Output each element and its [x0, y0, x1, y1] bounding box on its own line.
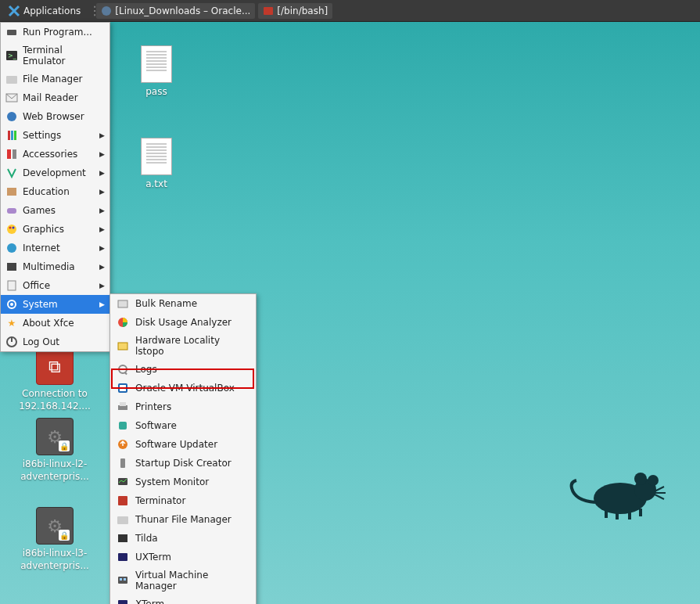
- updater-icon: [117, 438, 129, 451]
- svg-rect-7: [616, 512, 619, 520]
- submenu-virtualbox[interactable]: Oracle VM VirtualBox: [110, 379, 256, 397]
- desktop-icon-label: i86bi-linux-l2-adventerpris...: [16, 458, 94, 483]
- submenu-startup-disk[interactable]: Startup Disk Creator: [110, 454, 256, 473]
- desktop-icon-atxt[interactable]: a.txt: [117, 138, 196, 191]
- submenu-label: System Monitor: [135, 476, 209, 487]
- menu-terminal[interactable]: >_ Terminal Emulator: [1, 41, 109, 70]
- chevron-right-icon: ▶: [99, 207, 105, 214]
- software-icon: [117, 419, 129, 432]
- submenu-terminator[interactable]: Terminator: [110, 491, 256, 510]
- submenu-printers[interactable]: Printers: [110, 397, 256, 416]
- submenu-hwloc[interactable]: Hardware Locality lstopo: [110, 332, 256, 360]
- desktop-icon-label: i86bi-linux-l3-adventerpris...: [16, 548, 94, 572]
- system-submenu: Bulk Rename Disk Usage Analyzer Hardware…: [109, 293, 257, 604]
- menu-games[interactable]: Games ▶: [1, 201, 109, 220]
- svg-rect-41: [120, 402, 126, 406]
- svg-text:>_: >_: [8, 52, 17, 59]
- taskbar-window-bash[interactable]: [/bin/bash]: [258, 3, 332, 19]
- submenu-software[interactable]: Software: [110, 416, 256, 435]
- chevron-right-icon: ▶: [99, 300, 105, 308]
- menu-accessories[interactable]: Accessories ▶: [1, 145, 109, 164]
- submenu-label: Printers: [135, 401, 171, 412]
- education-icon: [5, 185, 18, 198]
- submenu-label: Tilda: [135, 533, 158, 544]
- uxterm-icon: [117, 551, 129, 563]
- svg-rect-42: [119, 422, 127, 430]
- submenu-label: Hardware Locality lstopo: [135, 335, 249, 357]
- submenu-thunar[interactable]: Thunar File Manager: [110, 510, 256, 529]
- menu-about-xfce[interactable]: ★ About Xfce: [1, 314, 109, 333]
- star-icon: ★: [5, 317, 18, 329]
- svg-point-0: [102, 6, 111, 16]
- svg-rect-1: [264, 7, 273, 15]
- menu-internet[interactable]: Internet ▶: [1, 239, 109, 257]
- submenu-software-updater[interactable]: Software Updater: [110, 435, 256, 454]
- menu-log-out[interactable]: Log Out: [1, 333, 109, 351]
- menu-office[interactable]: Office ▶: [1, 276, 109, 295]
- submenu-vmm[interactable]: Virtual Machine Manager: [110, 566, 256, 595]
- submenu-uxterm[interactable]: UXTerm: [110, 548, 256, 566]
- desktop-icon-l2[interactable]: ⚙🔒 i86bi-linux-l2-adventerpris...: [16, 418, 94, 483]
- svg-rect-49: [118, 553, 127, 561]
- menu-multimedia[interactable]: Multimedia ▶: [1, 257, 109, 276]
- menu-education[interactable]: Education ▶: [1, 182, 109, 201]
- taskbar-separator: ⋮: [88, 3, 93, 18]
- submenu-label: Oracle VM VirtualBox: [135, 383, 235, 394]
- menu-file-manager[interactable]: File Manager: [1, 70, 109, 88]
- menu-web-browser[interactable]: Web Browser: [1, 107, 109, 126]
- svg-rect-9: [639, 509, 642, 516]
- svg-rect-33: [118, 300, 127, 307]
- svg-rect-44: [120, 458, 125, 468]
- submenu-logs[interactable]: Logs: [110, 360, 256, 379]
- submenu-system-monitor[interactable]: System Monitor: [110, 473, 256, 491]
- svg-point-15: [7, 112, 16, 121]
- chevron-right-icon: ▶: [99, 169, 105, 177]
- xterm-icon: [117, 598, 129, 604]
- desktop-icon-label: pass: [117, 86, 196, 99]
- submenu-label: UXTerm: [135, 552, 171, 563]
- menu-label: Terminal Emulator: [23, 45, 105, 67]
- menu-settings[interactable]: Settings ▶: [1, 126, 109, 145]
- menu-mail-reader[interactable]: Mail Reader: [1, 88, 109, 107]
- menu-run-program[interactable]: Run Program...: [1, 23, 109, 41]
- svg-point-24: [9, 227, 12, 229]
- binary-icon: ⚙🔒: [36, 418, 74, 455]
- svg-rect-22: [7, 208, 16, 214]
- xfce-mouse-mascot: [567, 463, 677, 526]
- printer-icon: [117, 401, 129, 413]
- lock-icon: 🔒: [59, 530, 70, 541]
- svg-rect-28: [8, 281, 16, 290]
- hwloc-icon: [117, 340, 129, 352]
- submenu-tilda[interactable]: Tilda: [110, 529, 256, 548]
- desktop-icon-label: Connection to 192.168.142....: [16, 388, 94, 412]
- office-icon: [5, 279, 18, 292]
- applications-label: Applications: [23, 5, 81, 16]
- svg-rect-51: [120, 578, 122, 581]
- submenu-xterm[interactable]: XTerm: [110, 595, 256, 604]
- submenu-label: Virtual Machine Manager: [135, 570, 249, 591]
- menu-development[interactable]: Development ▶: [1, 164, 109, 182]
- svg-rect-13: [6, 76, 17, 84]
- submenu-label: Startup Disk Creator: [135, 458, 232, 469]
- desktop-icon-l3[interactable]: ⚙🔒 i86bi-linux-l3-adventerpris...: [16, 507, 94, 572]
- svg-rect-17: [11, 131, 13, 140]
- desktop-icon-connection[interactable]: ⧉ Connection to 192.168.142....: [16, 347, 94, 412]
- vmm-icon: [117, 574, 129, 587]
- menu-system[interactable]: System ▶: [1, 295, 109, 314]
- menu-label: About Xfce: [23, 318, 74, 329]
- document-icon: [141, 45, 172, 83]
- chevron-right-icon: ▶: [99, 188, 105, 196]
- multimedia-icon: [5, 261, 18, 273]
- submenu-bulk-rename[interactable]: Bulk Rename: [110, 294, 256, 313]
- menu-graphics[interactable]: Graphics ▶: [1, 220, 109, 239]
- submenu-disk-usage[interactable]: Disk Usage Analyzer: [110, 313, 256, 332]
- terminal-icon: >_: [5, 49, 18, 62]
- taskbar-window-label: [/bin/bash]: [277, 5, 328, 16]
- desktop-icon-pass[interactable]: pass: [117, 45, 196, 99]
- submenu-label: Disk Usage Analyzer: [135, 317, 232, 328]
- applications-menu-button[interactable]: Applications: [3, 2, 85, 20]
- terminator-icon: [117, 494, 129, 507]
- accessories-icon: [5, 148, 18, 160]
- submenu-label: Software: [135, 420, 177, 431]
- taskbar-window-oracle[interactable]: [Linux_Downloads – Oracle...: [96, 3, 255, 19]
